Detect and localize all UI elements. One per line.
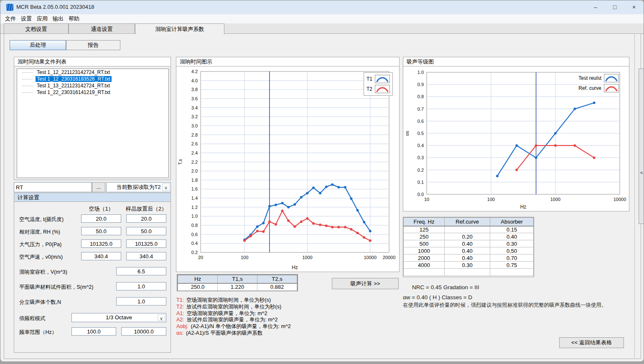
data-point[interactable] xyxy=(344,226,346,228)
area-input[interactable] xyxy=(116,282,166,290)
rt-name-input[interactable] xyxy=(14,182,92,192)
pressure-input-1[interactable] xyxy=(81,239,121,248)
data-point[interactable] xyxy=(363,221,365,223)
legend-entry[interactable]: Test reulst xyxy=(578,74,619,82)
data-point[interactable] xyxy=(287,206,290,209)
menu-apply[interactable]: 应用 xyxy=(34,15,51,23)
file-name[interactable]: Test 1_22_230316141219_RT.txt xyxy=(36,89,112,95)
data-point[interactable] xyxy=(350,228,352,231)
data-point[interactable] xyxy=(281,202,284,204)
data-point[interactable] xyxy=(356,232,359,234)
data-point[interactable] xyxy=(256,230,259,232)
data-point[interactable] xyxy=(275,223,277,226)
absorb-calc-button[interactable]: 吸声计算 >> xyxy=(332,278,399,289)
data-point[interactable] xyxy=(300,196,303,199)
data-point[interactable] xyxy=(268,205,271,208)
temp-input-1[interactable] xyxy=(81,214,121,223)
tab-document-settings[interactable]: 文档设置 xyxy=(4,23,69,34)
minimize-button[interactable]: – xyxy=(586,0,605,14)
data-point[interactable] xyxy=(350,197,352,200)
tab-channel-settings[interactable]: 通道设置 xyxy=(69,23,135,34)
data-point[interactable] xyxy=(312,186,315,189)
data-point[interactable] xyxy=(573,144,576,147)
data-point[interactable] xyxy=(243,239,246,242)
table-row[interactable]: 20000.400.70 xyxy=(404,255,534,262)
temp-input-2[interactable] xyxy=(126,214,166,223)
data-point[interactable] xyxy=(287,219,290,222)
file-name[interactable]: Test 1_12_230316183526_RT.txt xyxy=(36,76,112,82)
data-point[interactable] xyxy=(300,220,303,223)
close-button[interactable]: × xyxy=(624,0,644,14)
file-list-item[interactable]: Test 1_22_230316141219_RT.txt xyxy=(17,89,168,96)
legend-entry[interactable]: T1 xyxy=(367,75,390,83)
rt-chart[interactable]: 0.20.40.60.81.01.21.41.61.82.02.22.42.62… xyxy=(176,66,399,272)
file-name[interactable]: Test 1_12_221123142724_RT.txt xyxy=(36,69,111,75)
data-point[interactable] xyxy=(268,220,271,223)
menu-help[interactable]: 帮助 xyxy=(66,15,82,23)
data-point[interactable] xyxy=(325,186,328,188)
data-read-as-dropdown[interactable]: 当前数据读取为T2 ∨ xyxy=(106,182,171,192)
data-point[interactable] xyxy=(275,204,277,206)
rh-input-1[interactable] xyxy=(81,227,121,235)
table-row[interactable]: 10000.400.50 xyxy=(404,247,534,255)
data-point[interactable] xyxy=(325,224,328,227)
data-point[interactable] xyxy=(356,209,359,211)
data-point[interactable] xyxy=(337,226,340,228)
rh-input-2[interactable] xyxy=(126,227,166,235)
data-point[interactable] xyxy=(293,203,296,206)
data-point[interactable] xyxy=(319,192,321,194)
table-row[interactable]: 2500.200.40 xyxy=(404,233,534,240)
legend-entry[interactable]: Ref. curve xyxy=(578,84,619,92)
table-row[interactable]: 250.01.2200.882 xyxy=(178,283,297,291)
table-row[interactable]: 40000.300.75 xyxy=(404,262,534,269)
data-point[interactable] xyxy=(312,222,315,225)
file-list-item[interactable]: Test 1_13_221123142724_RT.txt xyxy=(17,82,168,89)
data-point[interactable] xyxy=(515,169,518,171)
data-point[interactable] xyxy=(554,132,557,135)
data-point[interactable] xyxy=(344,186,346,188)
chevron-down-icon[interactable]: ∨ xyxy=(158,314,165,321)
data-point[interactable] xyxy=(369,230,372,232)
absorber-count-input[interactable] xyxy=(116,297,166,305)
table-row[interactable] xyxy=(404,269,534,276)
octave-mode-dropdown[interactable]: 1/3 Octave ∨ xyxy=(71,313,166,322)
legend-entry[interactable]: T2 xyxy=(367,85,390,93)
panel-collapse-handle[interactable] xyxy=(639,69,644,224)
data-point[interactable] xyxy=(593,156,596,159)
menu-output[interactable]: 输出 xyxy=(50,15,66,23)
file-list-item[interactable]: Test 1_12_230316183526_RT.txt xyxy=(17,76,168,82)
data-point[interactable] xyxy=(515,144,518,147)
collapse-left-icon[interactable]: < xyxy=(640,170,643,175)
data-point[interactable] xyxy=(535,144,537,147)
back-to-results-button[interactable]: << 返回结果表格 xyxy=(559,337,624,348)
freq-range-to-input[interactable] xyxy=(121,327,166,336)
data-point[interactable] xyxy=(593,102,596,104)
data-point[interactable] xyxy=(331,226,333,228)
file-list-item[interactable]: Test 1_12_221123142724_RT.txt xyxy=(17,69,168,76)
data-point[interactable] xyxy=(293,225,296,228)
data-point[interactable] xyxy=(262,230,265,233)
browse-button[interactable]: ... xyxy=(92,182,105,192)
data-point[interactable] xyxy=(262,222,265,224)
data-point[interactable] xyxy=(369,239,372,242)
freq-range-from-input[interactable] xyxy=(71,327,116,336)
sound-speed-input-2[interactable] xyxy=(126,252,166,260)
pressure-input-2[interactable] xyxy=(126,239,166,248)
data-point[interactable] xyxy=(306,217,308,220)
data-point[interactable] xyxy=(319,224,321,226)
data-point[interactable] xyxy=(535,156,537,159)
data-point[interactable] xyxy=(331,183,333,186)
data-point[interactable] xyxy=(573,108,576,110)
menu-settings[interactable]: 设置 xyxy=(18,15,35,23)
volume-input[interactable] xyxy=(116,267,166,275)
data-point[interactable] xyxy=(256,225,259,228)
menu-file[interactable]: 文件 xyxy=(2,15,19,23)
sound-speed-input-1[interactable] xyxy=(81,252,121,260)
file-name[interactable]: Test 1_13_221123142724_RT.txt xyxy=(36,83,111,89)
data-point[interactable] xyxy=(496,175,499,177)
data-point[interactable] xyxy=(554,144,557,147)
tab-reverb-absorption[interactable]: 混响室计算吸声系数 xyxy=(135,23,224,34)
data-point[interactable] xyxy=(306,192,308,194)
chevron-down-icon[interactable]: ∨ xyxy=(162,183,170,191)
data-point[interactable] xyxy=(337,186,340,188)
